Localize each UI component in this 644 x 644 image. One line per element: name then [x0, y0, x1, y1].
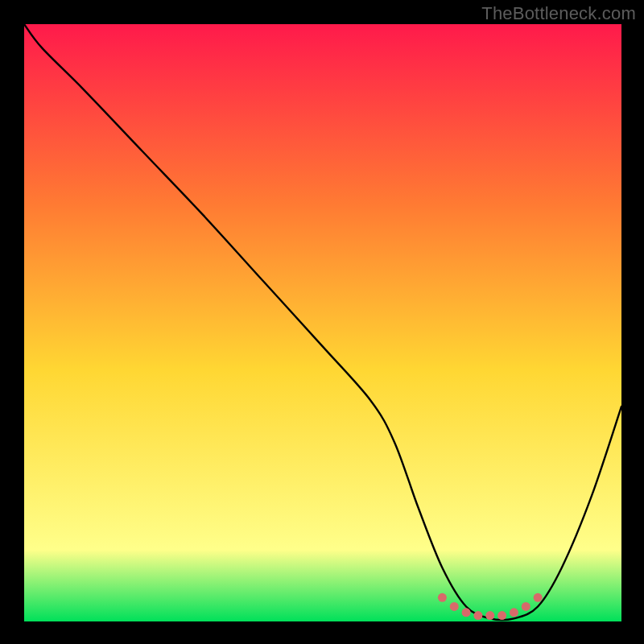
plot-area — [24, 24, 621, 621]
chart-frame: TheBottleneck.com — [0, 0, 644, 644]
marker-dot — [462, 608, 471, 617]
bottleneck-chart — [0, 0, 644, 644]
marker-dot — [510, 608, 518, 617]
watermark-label: TheBottleneck.com — [481, 3, 636, 24]
marker-dot — [438, 593, 447, 602]
marker-dot — [522, 602, 530, 611]
marker-dot — [485, 611, 494, 620]
marker-dot — [450, 602, 459, 611]
marker-dot — [497, 611, 506, 620]
marker-dot — [473, 611, 482, 620]
marker-dot — [534, 593, 543, 602]
